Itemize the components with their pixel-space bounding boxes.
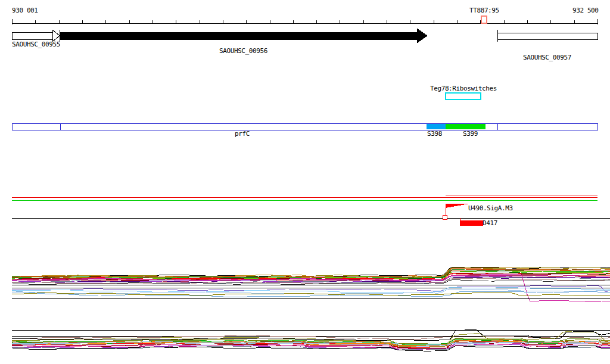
gene-arrow-head-SAOUHSC_00956[interactable] [417, 29, 427, 43]
expression-lower [12, 330, 610, 351]
transcript-track [12, 123, 597, 130]
d417-box[interactable] [460, 220, 483, 226]
gene-label-saouhsc-00956: SAOUHSC_00956 [219, 47, 267, 55]
gene-arrow-body-SAOUHSC_00956[interactable] [60, 32, 417, 39]
gene-label-saouhsc-00955: SAOUHSC_00955 [12, 41, 60, 48]
tss-flag-u490[interactable] [443, 204, 469, 219]
gene-label-saouhsc-00957: SAOUHSC_00957 [523, 54, 571, 61]
coordinate-label-right: 932 500 [572, 7, 599, 14]
tss-flag-pennant[interactable] [446, 204, 469, 208]
transcript-track-outline[interactable] [12, 123, 597, 130]
terminator-marker[interactable] [481, 16, 487, 23]
terminator-label: TT887:95 [469, 7, 499, 14]
riboswitch-label: Teg78:Riboswitches [430, 85, 497, 92]
coordinate-label-left: 930 001 [12, 7, 38, 14]
segment-label-s398: S398 [427, 130, 442, 138]
ruler [12, 19, 597, 24]
transcript-segment-S399[interactable] [446, 124, 485, 129]
gene-arrow-body-SAOUHSC_00955[interactable] [12, 32, 52, 39]
genome-browser-canvas [0, 0, 610, 364]
transcript-segment-S398[interactable] [427, 124, 446, 129]
gene-box-SAOUHSC_00957[interactable] [497, 33, 597, 39]
tss-base-square[interactable] [443, 215, 447, 219]
segment-label-s399: S399 [463, 130, 478, 138]
gene-track [12, 29, 597, 43]
genome-browser-view: 930 001 TT887:95 932 500 SAOUHSC_00955 S… [0, 0, 610, 364]
tss-label: U490.SigA.M3 [468, 204, 513, 212]
transcript-gene-label: prfC [235, 130, 250, 138]
expression-upper [12, 267, 610, 301]
gene-arrow-head-SAOUHSC_00955[interactable] [52, 30, 60, 42]
riboswitch-box[interactable] [446, 93, 481, 99]
d417-label: D417 [483, 219, 497, 227]
